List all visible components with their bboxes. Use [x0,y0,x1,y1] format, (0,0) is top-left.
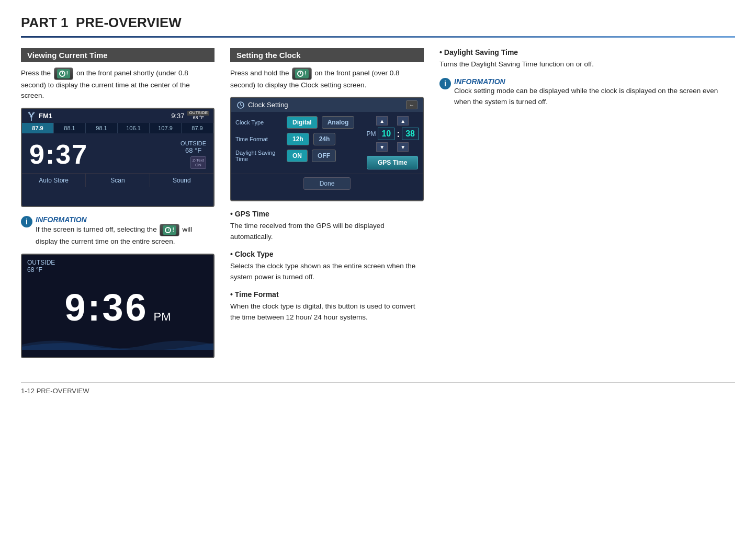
clock-type-body: Selects the clock type shown as the enti… [230,261,424,283]
cs-down-arrows: ▼ ▼ [376,142,409,152]
fm-time-area: 9:37 OUTSIDE 68 °F [171,111,209,121]
cs-time-format-label: Time Format [235,136,283,142]
cs-on-btn[interactable]: ON [287,150,308,162]
info-body-left: If the screen is turned off, selecting t… [36,224,215,247]
cs-12h-btn[interactable]: 12h [287,133,309,145]
temp-label: 68 °F [193,116,204,121]
info-title-right: INFORMATION [454,77,735,86]
cs-titlebar: Clock Setting ← [231,98,423,112]
fm-temp: 68 °F [180,146,206,154]
daylight-section: • Daylight Saving Time Turns the Dayligh… [439,48,735,70]
exclamation-icon: ! [66,70,68,78]
fm-preset-2[interactable]: 88.1 [54,123,86,133]
fm-logo: FM1 [26,111,52,121]
cs-hour-down[interactable]: ▼ [376,142,388,152]
fm-label: FM1 [39,112,52,120]
cs-min-val: 38 [402,128,419,140]
cs-title: Clock Setting [248,101,288,109]
cs-colon: : [397,129,400,140]
auto-store-btn[interactable]: Auto Store [22,173,86,187]
cs-hour-up[interactable]: ▲ [376,116,388,126]
fcs-big-time: 9:36 PM [22,276,213,334]
fcs-outside-info: OUTSIDE 68 °F [27,259,208,273]
cs-analog-btn[interactable]: Analog [322,116,355,129]
info-box-left: i INFORMATION If the screen is turned of… [21,215,215,247]
sound-btn[interactable]: Sound [150,173,213,187]
fcs-time-digits: 9:36 [64,286,148,329]
scan-btn[interactable]: Scan [86,173,150,187]
clock-setting-screen: Clock Setting ← Clock Type Digital Analo… [230,97,424,201]
fm-top-bar: FM1 9:37 OUTSIDE 68 °F [22,109,213,123]
time-format-title: • Time Format [230,290,424,299]
exclamation-icon-3: ! [304,70,306,78]
cs-back-btn[interactable]: ← [406,100,418,109]
header-rule [21,36,735,38]
outside-badge: OUTSIDE 68 °F [187,111,209,121]
fm-preset-4[interactable]: 106.1 [118,123,150,133]
clock-icon-2 [165,227,171,233]
viewing-time-body: Press the ! on the front panel shortly (… [21,67,215,101]
cs-done-btn[interactable]: Done [303,177,351,190]
fm-outside-info: OUTSIDE 68 °F [180,140,206,154]
time-format-section: • Time Format When the clock type is dig… [230,290,424,323]
cs-hour-val: 10 [378,128,394,140]
fm-text-on: Z-Text ON [190,156,206,169]
svg-line-4 [241,105,242,106]
full-clock-screen: OUTSIDE 68 °F 9:36 PM [21,254,215,358]
info-icon-left: i [21,216,32,227]
clock-button-icon: ! [54,67,73,80]
right-column: • Daylight Saving Time Turns the Dayligh… [439,48,735,114]
fm-preset-1[interactable]: 87.9 [22,123,54,133]
footer-text: 1-12 PRE-OVERVIEW [21,387,89,395]
page-header: PART 1 PRE-OVERVIEW [21,15,735,31]
cs-time-format-row: Time Format 12h 24h [235,133,362,145]
clock-button-icon-2: ! [160,224,179,236]
cs-off-btn[interactable]: OFF [312,150,336,162]
clock-icon [59,71,65,77]
page-footer: 1-12 PRE-OVERVIEW [21,382,735,395]
cs-body: Clock Type Digital Analog Time Format 12… [231,112,423,174]
info-icon-right: i [439,78,451,89]
page-title: PART 1 PRE-OVERVIEW [21,15,735,31]
fcs-wave [22,334,213,350]
cs-min-up[interactable]: ▲ [397,116,409,126]
clock-type-title: • Clock Type [230,250,424,258]
setting-clock-body: Press and hold the ! on the front panel … [230,67,424,90]
fm-preset-3[interactable]: 98.1 [86,123,118,133]
gps-time-title: • GPS Time [230,210,424,218]
clock-setting-icon [236,101,245,109]
info-body-right: Clock setting mode can be displayed whil… [454,86,735,108]
cs-gps-row: GPS Time [367,156,418,169]
daylight-saving-title: • Daylight Saving Time [439,48,735,56]
clock-button-icon-3: ! [292,67,311,80]
info-box-right: i INFORMATION Clock setting mode can be … [439,77,735,108]
left-column: Viewing Current Time Press the ! on the … [21,48,215,367]
fm-radio-screen: FM1 9:37 OUTSIDE 68 °F 87.9 88.1 98.1 [21,108,215,207]
antenna-icon [26,111,37,121]
gps-time-body: The time received from the GPS will be d… [230,221,424,243]
cs-pm-label: PM [366,130,376,138]
middle-column: Setting the Clock Press and hold the ! o… [230,48,424,330]
fm-preset-6[interactable]: 87.9 [182,123,213,133]
daylight-saving-body: Turns the Daylight Saving Time function … [439,59,735,70]
fm-time: 9:37 [171,112,184,120]
cs-up-arrows: ▲ ▲ [376,116,409,126]
setting-clock-title: Setting the Clock [230,48,424,62]
cs-digital-btn[interactable]: Digital [287,116,318,129]
exclamation-icon-2: ! [172,226,174,234]
cs-clock-type-row: Clock Type Digital Analog [235,116,362,129]
fm-big-time: 9:37 [29,139,88,170]
cs-time-display: PM 10 : 38 [366,128,419,140]
svg-point-0 [30,116,32,118]
fm-main-area: 9:37 OUTSIDE 68 °F Z-Text ON [22,133,213,173]
fcs-pm: PM [154,310,171,324]
cs-min-down[interactable]: ▼ [397,142,409,152]
cs-daylight-row: Daylight Saving Time ON OFF [235,150,362,162]
fm-presets: 87.9 88.1 98.1 106.1 107.9 87.9 [22,123,213,133]
cs-time-area: ▲ ▲ PM 10 : 38 ▼ [366,116,419,169]
cs-gps-btn[interactable]: GPS Time [367,156,418,169]
fm-preset-5[interactable]: 107.9 [150,123,182,133]
gps-time-section: • GPS Time The time received from the GP… [230,210,424,243]
cs-24h-btn[interactable]: 24h [313,133,336,145]
cs-clock-type-label: Clock Type [235,119,283,126]
